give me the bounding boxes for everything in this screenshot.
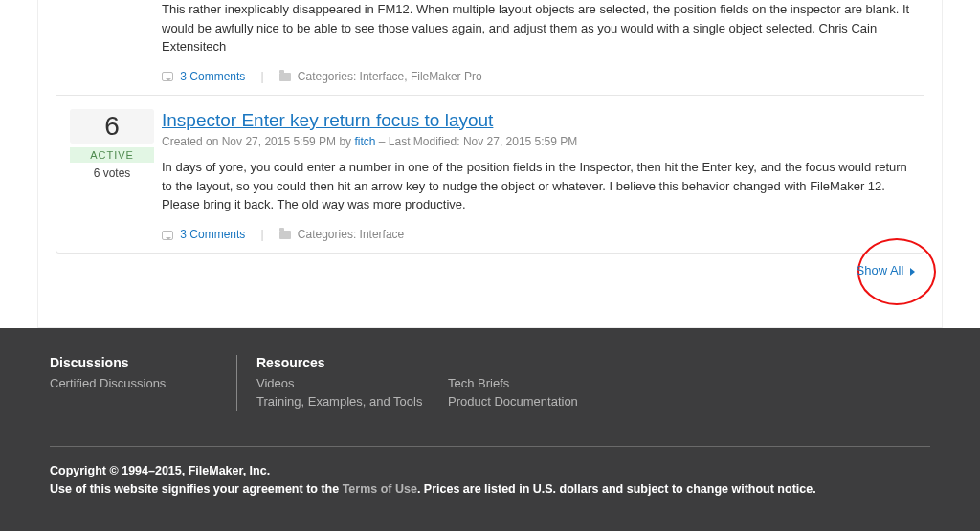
meta-modified: – Last Modified: Nov 27, 2015 5:59 PM	[379, 135, 577, 148]
comments-link[interactable]: 3 Comments	[180, 70, 245, 83]
comment-icon	[162, 231, 173, 240]
page: This rather inexplicably disappeared in …	[0, 0, 980, 531]
author-link[interactable]: fitch	[354, 135, 375, 148]
footer-separator: |	[260, 70, 263, 83]
footer-link-techbriefs[interactable]: Tech Briefs	[448, 376, 509, 390]
folder-icon	[279, 231, 291, 239]
vote-count: 6 votes	[70, 166, 154, 180]
footer-col-discussions: Discussions Certified Discussions	[50, 355, 236, 411]
idea-body-text: This rather inexplicably disappeared in …	[162, 0, 910, 56]
idea-body: Inspector Enter key return focus to layo…	[162, 109, 910, 241]
caret-right-icon	[910, 268, 915, 276]
idea-row: This rather inexplicably disappeared in …	[56, 0, 924, 95]
content-panel: This rather inexplicably disappeared in …	[37, 0, 943, 328]
show-all-label: Show All	[857, 263, 904, 277]
footer-link-certified[interactable]: Certified Discussions	[50, 376, 166, 390]
footer-link-videos[interactable]: Videos	[256, 376, 295, 390]
resources-left: Resources Videos Training, Examples, and…	[256, 355, 448, 411]
footer-link-productdocs[interactable]: Product Documentation	[448, 394, 578, 409]
footer-heading-discussions: Discussions	[50, 355, 208, 370]
footer-link-training[interactable]: Training, Examples, and Tools	[256, 394, 422, 409]
show-all-wrap: Show All	[38, 254, 942, 304]
categories-wrap: Categories: Interface	[279, 228, 405, 241]
idea-list: This rather inexplicably disappeared in …	[56, 0, 924, 254]
footer-separator: |	[260, 228, 263, 241]
idea-body-text: In days of yore, you could enter a numbe…	[162, 158, 910, 214]
comments-link[interactable]: 3 Comments	[180, 228, 245, 241]
categories-value: Interface, FileMaker Pro	[360, 70, 482, 83]
categories-label: Categories:	[298, 70, 356, 83]
copyright: Copyright © 1994–2015, FileMaker, Inc. U…	[50, 462, 930, 498]
site-footer: Discussions Certified Discussions Resour…	[0, 328, 980, 531]
footer-divider	[50, 446, 930, 447]
idea-row: 6 ACTIVE 6 votes Inspector Enter key ret…	[56, 95, 924, 253]
comments-wrap: 3 Comments	[162, 228, 245, 241]
vote-column: 6 ACTIVE 6 votes	[70, 109, 162, 241]
show-all-link[interactable]: Show All	[857, 263, 916, 277]
meta-created: Created on Nov 27, 2015 5:59 PM by	[162, 135, 351, 148]
idea-footer: 3 Comments | Categories: Interface	[162, 228, 910, 241]
copyright-prefix: Use of this website signifies your agree…	[50, 482, 343, 496]
footer-columns: Discussions Certified Discussions Resour…	[50, 355, 930, 411]
categories-wrap: Categories: Interface, FileMaker Pro	[279, 70, 482, 83]
vote-status-badge: ACTIVE	[70, 147, 154, 163]
idea-footer: 3 Comments | Categories: Interface, File…	[162, 70, 910, 83]
categories-value: Interface	[360, 228, 405, 241]
folder-icon	[279, 73, 291, 81]
terms-of-use-link[interactable]: Terms of Use	[343, 482, 417, 496]
footer-heading-resources: Resources	[256, 355, 448, 370]
vote-column	[70, 0, 162, 83]
idea-title-link[interactable]: Inspector Enter key return focus to layo…	[162, 109, 910, 132]
idea-meta: Created on Nov 27, 2015 5:59 PM by fitch…	[162, 135, 910, 148]
copyright-suffix: . Prices are listed in U.S. dollars and …	[417, 482, 816, 496]
copyright-line1: Copyright © 1994–2015, FileMaker, Inc.	[50, 462, 930, 480]
resources-right: . Tech Briefs Product Documentation	[448, 355, 578, 411]
comments-wrap: 3 Comments	[162, 70, 245, 83]
footer-col-resources: Resources Videos Training, Examples, and…	[236, 355, 930, 411]
idea-body: This rather inexplicably disappeared in …	[162, 0, 910, 83]
comment-icon	[162, 72, 173, 81]
vote-score[interactable]: 6	[70, 109, 154, 144]
categories-label: Categories:	[298, 228, 356, 241]
copyright-line2: Use of this website signifies your agree…	[50, 480, 930, 498]
